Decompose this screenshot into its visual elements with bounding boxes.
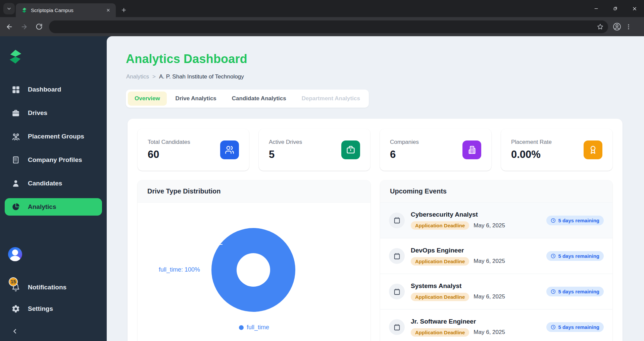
event-title: Systems Analyst: [411, 282, 540, 290]
back-icon: [6, 23, 13, 31]
tab-department-analytics[interactable]: Department Analytics: [295, 92, 367, 106]
profile-icon[interactable]: [613, 22, 621, 31]
days-remaining-text: 5 days remaining: [558, 289, 599, 294]
back-button[interactable]: [2, 19, 17, 34]
analytics-tabbar: Overview Drive Analytics Candidate Analy…: [126, 90, 369, 108]
sidebar-item-candidates[interactable]: Candidates: [0, 175, 107, 192]
url-bar[interactable]: [49, 20, 608, 33]
sidebar-item-dashboard[interactable]: Dashboard: [0, 81, 107, 98]
event-main: Systems Analyst Application Deadline May…: [411, 282, 540, 301]
deadline-badge: Application Deadline: [411, 221, 469, 230]
event-row[interactable]: DevOps Engineer Application Deadline May…: [380, 238, 612, 274]
calendar-icon: [389, 248, 405, 264]
donut-slice-full-time[interactable]: [211, 228, 295, 312]
close-button[interactable]: [625, 0, 644, 17]
legend-label[interactable]: full_time: [247, 324, 269, 331]
days-remaining-pill: 5 days remaining: [546, 216, 604, 225]
stat-value: 5: [269, 149, 302, 161]
stat-value: 0.00%: [511, 149, 552, 161]
menu-dots-icon[interactable]: [625, 23, 632, 30]
clock-icon: [551, 218, 556, 223]
restore-icon: [613, 6, 618, 11]
user-avatar[interactable]: [8, 247, 22, 261]
breadcrumb-current: A. P. Shah Institute of Technology: [159, 73, 244, 80]
pie-chart-icon: [11, 203, 20, 212]
panel-title: Upcoming Events: [380, 180, 612, 203]
calendar-icon: [389, 284, 405, 299]
building-icon: [462, 140, 481, 159]
stat-value: 6: [390, 149, 419, 161]
users-group-icon: [11, 132, 20, 141]
sidebar-item-company-profiles[interactable]: Company Profiles: [0, 151, 107, 169]
tab-drive-analytics[interactable]: Drive Analytics: [169, 92, 223, 106]
main-content: Analytics Dashboard Analytics > A. P. Sh…: [107, 36, 644, 341]
breadcrumb-parent[interactable]: Analytics: [126, 73, 149, 80]
clock-icon: [551, 289, 556, 294]
maximize-button[interactable]: [606, 0, 625, 17]
notification-badge: 15: [9, 277, 18, 286]
stat-label: Total Candidates: [148, 139, 190, 146]
browser-tabstrip: Scriptopia Campus: [0, 0, 644, 17]
new-tab-button[interactable]: [118, 4, 130, 16]
reload-button[interactable]: [32, 19, 46, 34]
tab-search-button[interactable]: [3, 3, 15, 14]
deadline-badge: Application Deadline: [411, 257, 469, 266]
donut-chart: full_time: 100% full_time: [138, 203, 370, 341]
page-title: Analytics Dashboard: [126, 52, 644, 66]
bookmark-star-icon[interactable]: [597, 23, 603, 30]
sidebar-item-settings[interactable]: Settings: [0, 300, 107, 318]
minimize-button[interactable]: [587, 0, 606, 17]
browser-tab[interactable]: Scriptopia Campus: [16, 3, 116, 17]
calendar-icon: [389, 213, 405, 228]
sidebar-item-label: Candidates: [28, 180, 62, 187]
window-controls: [587, 0, 644, 17]
stat-value: 60: [148, 149, 190, 161]
event-meta: Application Deadline May 6, 2025: [411, 293, 540, 301]
stat-placement-rate: Placement Rate 0.00%: [501, 129, 612, 171]
sidebar-item-label: Placement Groups: [28, 133, 84, 140]
tab-close-icon[interactable]: [104, 7, 112, 14]
stat-total-candidates: Total Candidates 60: [138, 129, 249, 171]
deadline-badge: Application Deadline: [411, 328, 469, 337]
sidebar-item-label: Settings: [28, 305, 53, 312]
stat-companies: Companies 6: [380, 129, 491, 171]
event-title: DevOps Engineer: [411, 247, 540, 254]
donut-slice-label: full_time: 100%: [159, 266, 200, 273]
sidebar-collapse-button[interactable]: [11, 328, 19, 336]
event-meta: Application Deadline May 6, 2025: [411, 221, 540, 230]
events-list: Cybersecurity Analyst Application Deadli…: [380, 203, 612, 341]
sidebar-item-label: Company Profiles: [28, 156, 82, 164]
legend-dot: [239, 325, 244, 330]
event-row[interactable]: Cybersecurity Analyst Application Deadli…: [380, 203, 612, 238]
forward-button[interactable]: [17, 19, 32, 34]
dashboard-panels: Drive Type Distribution full_time: 100% …: [138, 180, 612, 341]
panel-title: Drive Type Distribution: [138, 180, 370, 203]
sidebar-bottom: 15 Notifications Settings: [0, 247, 107, 336]
reload-icon: [36, 23, 43, 30]
sidebar-item-label: Drives: [28, 109, 47, 117]
clock-icon: [551, 253, 556, 259]
event-meta: Application Deadline May 6, 2025: [411, 257, 540, 266]
sidebar-item-label: Dashboard: [28, 86, 61, 93]
event-row[interactable]: Systems Analyst Application Deadline May…: [380, 274, 612, 309]
stat-label: Placement Rate: [511, 139, 552, 146]
forward-icon: [20, 23, 28, 31]
sidebar-item-analytics[interactable]: Analytics: [5, 198, 102, 216]
event-row[interactable]: Jr. Software Engineer Application Deadli…: [380, 309, 612, 341]
tab-candidate-analytics[interactable]: Candidate Analytics: [225, 92, 293, 106]
bell-icon: 15: [11, 283, 20, 292]
user-icon: [11, 179, 20, 188]
stats-row: Total Candidates 60 Active Drives 5: [138, 129, 612, 171]
sidebar-menu: Dashboard Drives Placement Groups: [0, 81, 107, 216]
event-title: Jr. Software Engineer: [411, 318, 540, 325]
toolbar-right: [613, 22, 632, 31]
sidebar-item-notifications[interactable]: 15 Notifications: [0, 279, 107, 296]
app-frame: Dashboard Drives Placement Groups: [0, 36, 644, 341]
stat-label: Active Drives: [269, 139, 302, 146]
tab-overview[interactable]: Overview: [128, 92, 167, 106]
sidebar-item-placement-groups[interactable]: Placement Groups: [0, 128, 107, 145]
sidebar-item-drives[interactable]: Drives: [0, 104, 107, 122]
days-remaining-text: 5 days remaining: [558, 218, 599, 223]
sidebar: Dashboard Drives Placement Groups: [0, 36, 107, 341]
stat-active-drives: Active Drives 5: [259, 129, 370, 171]
